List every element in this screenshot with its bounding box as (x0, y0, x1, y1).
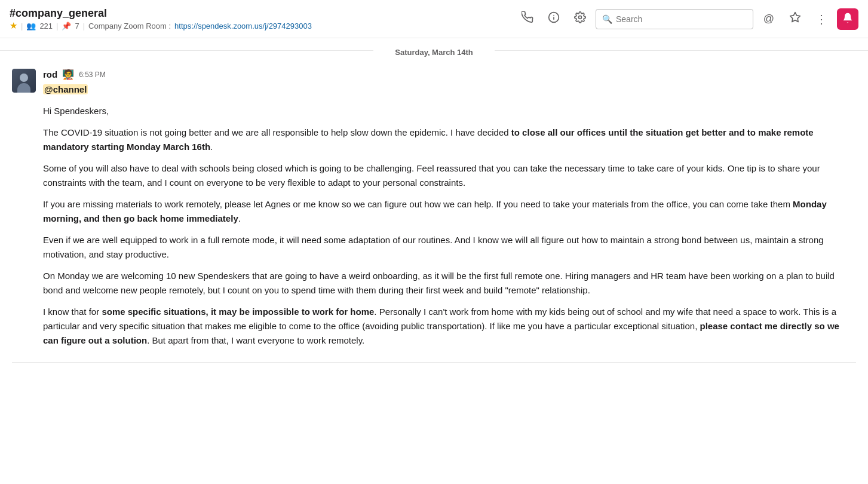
channel-name: #company_general (10, 7, 312, 20)
message-time: 6:53 PM (79, 71, 106, 79)
message-paragraph: The COVID-19 situation is not going bett… (43, 125, 856, 154)
pin-icon: 📌 (62, 22, 71, 30)
svg-marker-4 (790, 13, 800, 22)
header-actions: 🔍 @ ⋮ (517, 8, 858, 30)
avatar-image (12, 69, 36, 93)
star-icon[interactable]: ★ (10, 20, 17, 31)
message-area: rod 🧑‍🏫 6:53 PM @channel Hi Spendeskers,… (0, 62, 868, 362)
notification-button[interactable] (837, 8, 858, 30)
message-paragraph: I know that for some specific situations… (43, 305, 856, 348)
message-content: rod 🧑‍🏫 6:53 PM @channel Hi Spendeskers,… (43, 69, 856, 348)
date-separator: Saturday, March 14th (0, 38, 868, 62)
zoom-link[interactable]: https://spendesk.zoom.us/j/2974293003 (174, 22, 312, 30)
message-row: rod 🧑‍🏫 6:53 PM @channel Hi Spendeskers,… (12, 66, 856, 350)
people-icon: 👥 (26, 22, 36, 30)
more-icon: ⋮ (815, 12, 827, 26)
svg-point-3 (579, 16, 582, 19)
channel-mention: @channel (43, 84, 88, 94)
at-icon: @ (763, 13, 774, 25)
settings-button[interactable] (569, 8, 591, 30)
bookmark-icon (789, 11, 801, 26)
message-paragraph: Some of you will also have to deal with … (43, 161, 856, 190)
search-box[interactable]: 🔍 (596, 9, 753, 29)
sender-name: rod (43, 69, 57, 79)
star-button[interactable] (784, 8, 806, 30)
pins-count: 7 (75, 22, 79, 30)
avatar (12, 69, 36, 93)
message-paragraph: Even if we are well equipped to work in … (43, 233, 856, 262)
search-icon: 🔍 (602, 14, 612, 24)
message-header: rod 🧑‍🏫 6:53 PM (43, 69, 856, 80)
search-input[interactable] (616, 14, 747, 24)
info-button[interactable] (543, 8, 565, 30)
channel-meta: ★ | 👥 221 | 📌 7 | Company Zoom Room : ht… (10, 20, 312, 31)
channel-mention-line: @channel (43, 82, 856, 97)
bottom-divider (12, 362, 856, 363)
phone-icon (522, 11, 533, 26)
message-paragraph: If you are missing materials to work rem… (43, 197, 856, 226)
phone-button[interactable] (517, 8, 538, 30)
bell-icon (842, 12, 854, 26)
channel-header: #company_general ★ | 👥 221 | 📌 7 | Compa… (0, 0, 868, 38)
message-paragraph: On Monday we are welcoming 10 new Spende… (43, 269, 856, 298)
message-paragraph: Hi Spendeskers, (43, 104, 856, 118)
zoom-label: Company Zoom Room : (88, 22, 171, 30)
channel-info: #company_general ★ | 👥 221 | 📌 7 | Compa… (10, 7, 312, 31)
at-button[interactable]: @ (758, 8, 780, 30)
sender-status-emoji: 🧑‍🏫 (62, 69, 74, 80)
info-icon (548, 11, 560, 26)
members-count: 221 (39, 22, 53, 30)
more-button[interactable]: ⋮ (811, 8, 832, 30)
gear-icon (574, 11, 586, 26)
message-body: @channel Hi Spendeskers,The COVID-19 sit… (43, 82, 856, 348)
